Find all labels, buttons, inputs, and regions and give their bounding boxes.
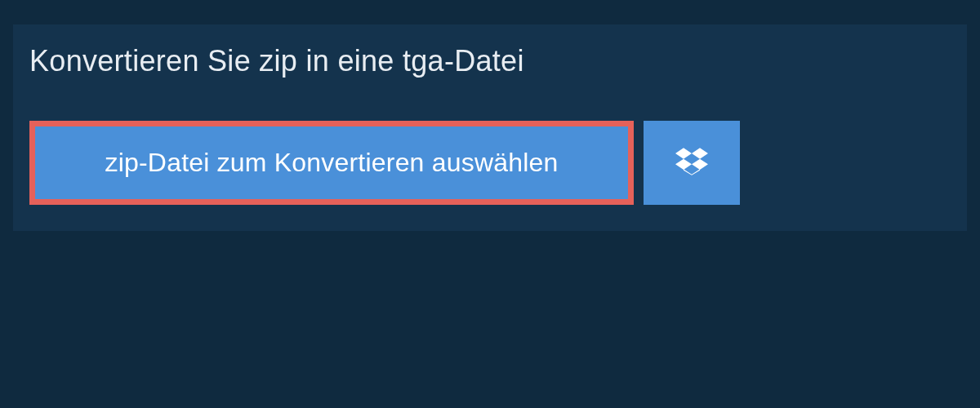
heading-container: Konvertieren Sie zip in eine tga-Datei [13,24,557,98]
file-select-row: zip-Datei zum Konvertieren auswählen [13,98,967,205]
converter-panel: Konvertieren Sie zip in eine tga-Datei z… [13,24,967,231]
dropbox-icon [675,145,708,181]
dropbox-button[interactable] [644,121,740,205]
page-title: Konvertieren Sie zip in eine tga-Datei [29,44,524,78]
select-file-button[interactable]: zip-Datei zum Konvertieren auswählen [29,121,634,205]
select-file-label: zip-Datei zum Konvertieren auswählen [105,148,558,178]
